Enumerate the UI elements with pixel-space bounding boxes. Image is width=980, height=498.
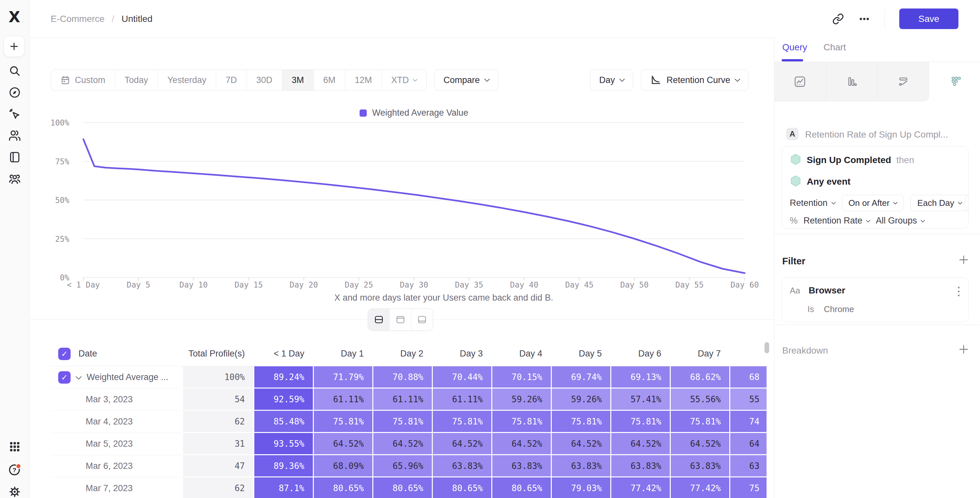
app-logo[interactable]: X xyxy=(5,7,24,27)
chevron-down-icon[interactable] xyxy=(75,374,81,379)
retention-value-cell[interactable]: 93.55% xyxy=(253,433,313,455)
bar-chart-insight-tab[interactable] xyxy=(826,62,878,101)
range-xtd[interactable]: XTD xyxy=(382,70,426,90)
retention-value-cell[interactable]: 80.65% xyxy=(432,477,491,498)
retention-value-cell[interactable]: 70.88% xyxy=(372,366,432,388)
table-scrollbar-thumb[interactable] xyxy=(765,342,769,353)
retention-value-cell[interactable]: 87.1% xyxy=(253,477,313,498)
filter-property[interactable]: Browser xyxy=(809,285,845,296)
save-button[interactable]: Save xyxy=(899,8,958,29)
retention-value-cell[interactable]: 68.62% xyxy=(670,366,729,388)
user-group-icon[interactable] xyxy=(8,173,21,186)
retention-value-cell[interactable]: 68 xyxy=(729,366,767,388)
range-today[interactable]: Today xyxy=(115,70,158,90)
settings-gear-icon[interactable] xyxy=(8,485,21,498)
retention-value-cell[interactable]: 79.03% xyxy=(551,477,610,498)
range-custom[interactable]: Custom xyxy=(51,70,115,90)
retention-value-cell[interactable]: 75.81% xyxy=(432,411,491,433)
retention-value-cell[interactable]: 64.52% xyxy=(610,433,670,455)
retention-value-cell[interactable]: 75 xyxy=(729,477,767,498)
retention-value-cell[interactable]: 59.26% xyxy=(491,388,551,411)
retention-value-cell[interactable]: 64.52% xyxy=(432,433,491,455)
retention-mode-dropdown[interactable]: Retention xyxy=(790,198,835,208)
line-chart-insight-tab[interactable] xyxy=(775,62,826,101)
apps-grid-icon[interactable] xyxy=(8,441,21,453)
search-icon[interactable] xyxy=(8,65,21,77)
granularity-dropdown[interactable]: Day xyxy=(590,70,633,91)
filter-card[interactable]: Aa Browser Is Chrome xyxy=(781,277,969,322)
groups-dropdown[interactable]: All Groups xyxy=(876,216,924,226)
retention-value-cell[interactable]: 71.79% xyxy=(313,366,372,388)
retention-value-cell[interactable]: 64.52% xyxy=(491,433,551,455)
cursor-click-icon[interactable] xyxy=(8,108,21,120)
range-3m[interactable]: 3M xyxy=(282,70,314,90)
more-options-icon[interactable] xyxy=(858,13,870,25)
range-12m[interactable]: 12M xyxy=(345,70,382,90)
compare-button[interactable]: Compare xyxy=(434,70,498,91)
retention-value-cell[interactable]: 89.36% xyxy=(253,455,313,477)
retention-value-cell[interactable]: 68.09% xyxy=(313,455,372,477)
retention-value-cell[interactable]: 77.42% xyxy=(670,477,729,498)
retention-value-cell[interactable]: 63.83% xyxy=(670,455,729,477)
chart-legend[interactable]: Weighted Average Value xyxy=(83,108,745,118)
retention-value-cell[interactable]: 64.52% xyxy=(313,433,372,455)
retention-value-cell[interactable]: 63 xyxy=(729,455,767,477)
series-title[interactable]: Retention Rate of Sign Up Compl... xyxy=(805,129,948,140)
users-icon[interactable] xyxy=(8,129,21,142)
retention-value-cell[interactable]: 69.74% xyxy=(551,366,610,388)
retention-value-cell[interactable]: 89.24% xyxy=(253,366,313,388)
retention-value-cell[interactable]: 80.65% xyxy=(491,477,551,498)
compass-icon[interactable] xyxy=(8,86,21,99)
create-button[interactable] xyxy=(3,36,24,57)
retention-value-cell[interactable]: 80.65% xyxy=(372,477,432,498)
event-1[interactable]: Sign Up Completed xyxy=(807,155,891,165)
tab-chart[interactable]: Chart xyxy=(823,42,846,55)
retention-interval-dropdown[interactable]: Each Day xyxy=(910,195,969,211)
range-yesterday[interactable]: Yesterday xyxy=(158,70,216,90)
retention-window-dropdown[interactable]: On or After xyxy=(842,195,904,211)
filter-kebab-icon[interactable] xyxy=(956,285,961,298)
retention-value-cell[interactable]: 70.15% xyxy=(491,366,551,388)
event-2[interactable]: Any event xyxy=(807,177,851,187)
retention-value-cell[interactable]: 61.11% xyxy=(313,388,372,411)
retention-value-cell[interactable]: 75.81% xyxy=(313,411,372,433)
table-only-view-button[interactable] xyxy=(412,309,433,330)
range-7d[interactable]: 7D xyxy=(216,70,247,90)
retention-value-cell[interactable]: 85.48% xyxy=(253,411,313,433)
retention-value-cell[interactable]: 63.83% xyxy=(551,455,610,477)
retention-value-cell[interactable]: 59.26% xyxy=(551,388,610,411)
select-all-checkbox[interactable]: ✓ xyxy=(58,348,71,360)
retention-value-cell[interactable]: 75.81% xyxy=(372,411,432,433)
retention-value-cell[interactable]: 63.83% xyxy=(491,455,551,477)
retention-value-cell[interactable]: 55.56% xyxy=(670,388,729,411)
retention-value-cell[interactable]: 65.96% xyxy=(372,455,432,477)
retention-value-cell[interactable]: 74 xyxy=(729,411,767,433)
retention-value-cell[interactable]: 92.59% xyxy=(253,388,313,411)
retention-value-cell[interactable]: 57.41% xyxy=(610,388,670,411)
chart-only-view-button[interactable] xyxy=(390,309,411,330)
breadcrumb-page-title[interactable]: Untitled xyxy=(122,14,153,24)
retention-value-cell[interactable]: 77.42% xyxy=(610,477,670,498)
flow-insight-tab[interactable] xyxy=(878,62,929,101)
retention-value-cell[interactable]: 75.81% xyxy=(491,411,551,433)
tab-query[interactable]: Query xyxy=(782,42,807,55)
measure-dropdown[interactable]: Retention Rate xyxy=(803,216,870,226)
help-icon[interactable]: ? xyxy=(8,463,22,476)
retention-value-cell[interactable]: 69.13% xyxy=(610,366,670,388)
split-view-button[interactable] xyxy=(368,309,390,330)
retention-value-cell[interactable]: 80.65% xyxy=(313,477,372,498)
range-30d[interactable]: 30D xyxy=(247,70,282,90)
share-link-icon[interactable] xyxy=(832,13,844,25)
retention-value-cell[interactable]: 64 xyxy=(729,433,767,455)
retention-value-cell[interactable]: 64.52% xyxy=(670,433,729,455)
chart-type-dropdown[interactable]: Retention Curve xyxy=(641,70,749,91)
add-filter-icon[interactable] xyxy=(958,255,969,265)
filter-operator[interactable]: Is xyxy=(807,304,814,314)
filter-value[interactable]: Chrome xyxy=(824,304,854,314)
range-6m[interactable]: 6M xyxy=(314,70,345,90)
retention-value-cell[interactable]: 75.81% xyxy=(551,411,610,433)
retention-value-cell[interactable]: 63.83% xyxy=(432,455,491,477)
retention-value-cell[interactable]: 64.52% xyxy=(551,433,610,455)
retention-value-cell[interactable]: 75.81% xyxy=(610,411,670,433)
retention-value-cell[interactable]: 70.44% xyxy=(432,366,491,388)
